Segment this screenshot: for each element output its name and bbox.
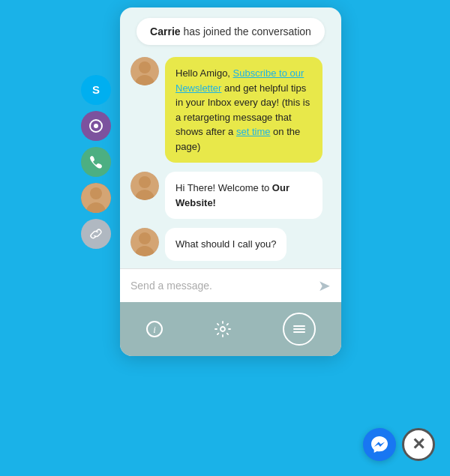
sidebar-icon-skype[interactable]: S: [81, 75, 111, 105]
messenger-button[interactable]: [363, 428, 396, 461]
bottom-toolbar: i: [120, 302, 341, 356]
close-icon: ✕: [412, 435, 425, 454]
send-button[interactable]: ➤: [318, 277, 331, 295]
info-button[interactable]: i: [146, 320, 164, 338]
input-area: Send a message. ➤: [120, 268, 341, 302]
input-placeholder[interactable]: Send a message.: [130, 280, 212, 292]
bottom-buttons: ✕: [363, 428, 435, 461]
svg-text:S: S: [92, 83, 100, 96]
sidebar-icon-viber[interactable]: [81, 111, 111, 141]
message-row-1: Hello Amigo, Subscribe to our Newsletter…: [130, 57, 331, 163]
join-name: Carrie: [150, 25, 180, 37]
message-bubble-3: What should I call you?: [165, 228, 286, 261]
join-notification: Carrie has joined the conversation: [136, 18, 325, 45]
svg-text:i: i: [153, 324, 156, 335]
close-button[interactable]: ✕: [402, 428, 435, 461]
message-text-3: What should I call you?: [176, 238, 276, 250]
messages-area: Hello Amigo, Subscribe to our Newsletter…: [120, 52, 341, 261]
agent-avatar-1: [130, 57, 159, 85]
set-time-link[interactable]: set time: [236, 126, 271, 137]
svg-point-2: [94, 124, 98, 128]
chat-widget: Carrie has joined the conversation Hello…: [120, 7, 341, 356]
agent-avatar-2: [130, 172, 159, 200]
message-row-3: What should I call you?: [130, 228, 331, 261]
sidebar: S: [81, 75, 111, 249]
agent-avatar-3: [130, 228, 159, 256]
settings-button[interactable]: [214, 320, 232, 338]
message-bubble-2: Hi There! Welcome to Our Website!: [165, 172, 322, 219]
join-text: has joined the conversation: [181, 25, 311, 37]
website-bold: Our Website!: [176, 182, 290, 208]
sidebar-icon-phone[interactable]: [81, 147, 111, 177]
message-row-2: Hi There! Welcome to Our Website!: [130, 172, 331, 219]
svg-point-5: [220, 327, 225, 331]
sidebar-icon-link[interactable]: [81, 219, 111, 249]
menu-button[interactable]: [283, 313, 316, 346]
sidebar-icon-avatar[interactable]: [81, 183, 111, 213]
message-bubble-1: Hello Amigo, Subscribe to our Newsletter…: [165, 57, 322, 163]
subscribe-link[interactable]: Subscribe to our Newsletter: [176, 67, 304, 94]
